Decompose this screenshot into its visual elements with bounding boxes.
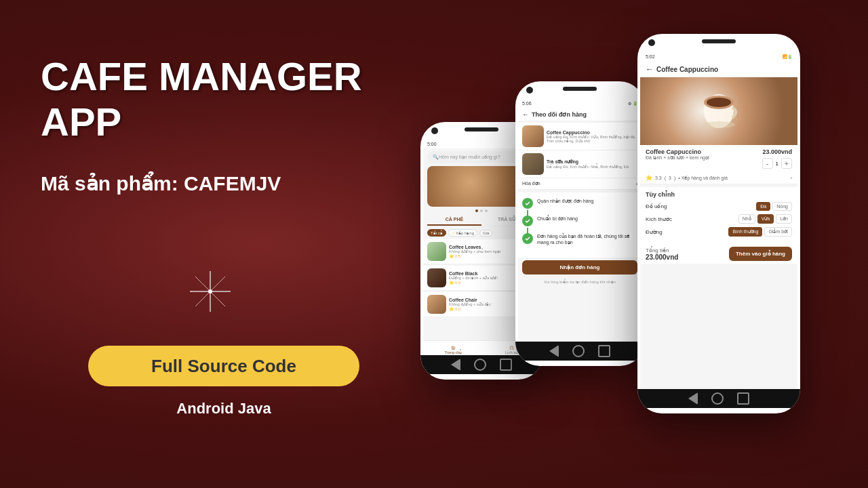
cta-label: Full Source Code [151, 356, 296, 377]
nav-home[interactable]: 🏠 Trang chủ [445, 346, 462, 354]
option-size: Kích thước Nhỏ Vừa Lớn [646, 214, 792, 224]
star-decoration [190, 271, 231, 312]
svg-point-4 [208, 289, 212, 293]
coffee-cup-icon [698, 87, 739, 135]
nav-back-2[interactable] [549, 345, 559, 357]
p3-customize-section: Tùy chỉnh Đồ uống Đá Nóng Kích thước Nhỏ… [640, 187, 797, 244]
opt-nong[interactable]: Nóng [772, 202, 792, 211]
p2-invoice[interactable]: Hóa đơn › [518, 178, 642, 190]
option-sugar: Đường Bình thường Giảm bớt [646, 227, 792, 237]
svg-point-8 [703, 121, 735, 128]
nav-back-1[interactable] [451, 359, 460, 371]
p3-quantity: - 1 + [762, 158, 792, 169]
qty-minus[interactable]: - [762, 158, 773, 169]
phone-camera-2 [526, 87, 533, 94]
p2-tracking: Quán nhận được đơn hàng Chuẩn bị đơn hàn… [518, 192, 642, 258]
filter-price[interactable]: Giá [479, 230, 492, 237]
p2-step-2: Chuẩn bị đơn hàng [522, 216, 637, 226]
opt-da[interactable]: Đá [756, 202, 770, 211]
p2-step-3: Đơn hàng của bạn đã hoàn tất, chúng tôi … [522, 233, 637, 245]
phone-notch-1 [465, 127, 498, 131]
nav-home-2[interactable] [572, 345, 585, 357]
p3-total-section: Tổng tiền 23.000vnd Thêm vào giỏ hàng [640, 244, 797, 264]
platform-label: Android Java [88, 400, 359, 418]
p3-product-image [640, 77, 797, 145]
phone-camera-3 [648, 39, 655, 46]
phone-2-screen: 5:06 ⚙ 🔋 ← Theo dõi đơn hàng Coffee Capp… [518, 98, 642, 346]
svg-point-7 [707, 98, 731, 107]
p2-order-1[interactable]: Coffee Cappuccino Đồ uống Đá, Kích thước… [518, 123, 642, 150]
phone-notch-3 [702, 39, 736, 43]
p2-title: Theo dõi đơn hàng [532, 111, 587, 118]
cta-button[interactable]: Full Source Code [88, 346, 359, 386]
p2-order-2[interactable]: Trà sữa nướng Đồ uống Đá, Kích thước: Nh… [518, 150, 642, 178]
phones-container: 5:00 ⚙ 🔋 🔍 Hôm nay bạn muốn uống gì? CÀ … [380, 14, 868, 488]
p3-home-bar [637, 389, 800, 408]
p1-tab-ca-phe[interactable]: CÀ PHÊ [427, 214, 481, 226]
phone-order: 5:06 ⚙ 🔋 ← Theo dõi đơn hàng Coffee Capp… [515, 81, 644, 366]
nav-recent-3[interactable] [737, 392, 749, 405]
phone-detail: 5:02 📶🔋 ← Coffee Cappuccino [637, 34, 800, 413]
nav-recent-1[interactable] [500, 359, 512, 371]
product-code: Mã sản phẩm: CAFEMJV [41, 171, 393, 195]
opt-vua[interactable]: Vừa [757, 214, 774, 224]
p3-title: Coffee Cappuccino [656, 66, 718, 73]
nav-back-3[interactable] [688, 392, 698, 405]
qty-plus[interactable]: + [781, 158, 792, 169]
opt-nho[interactable]: Nhỏ [738, 214, 755, 224]
p2-confirm-btn[interactable]: Nhận đơn hàng [522, 260, 637, 274]
p2-step-1: Quán nhận được đơn hàng [522, 198, 637, 209]
phone-notch-2 [563, 87, 597, 91]
phone-camera-1 [431, 127, 438, 134]
p3-status: 5:02 📶🔋 [640, 51, 797, 62]
p3-rating[interactable]: ⭐ 3.3 (3) • Xếp hàng và đánh giá › [640, 172, 797, 184]
left-panel: CAFE MANAGER APP Mã sản phẩm: CAFEMJV [41, 54, 393, 229]
opt-lon[interactable]: Lớn [776, 214, 792, 224]
p2-home-bar [515, 342, 644, 361]
nav-recent-2[interactable] [598, 345, 610, 357]
p2-back-btn[interactable]: ← [522, 110, 529, 118]
app-title: CAFE MANAGER APP [41, 54, 393, 144]
p2-note: Vui lòng kiểm tra lại đơn hàng khi nhận [518, 277, 642, 286]
option-drink-type: Đồ uống Đá Nóng [646, 202, 792, 211]
p3-back-btn[interactable]: ← [646, 64, 654, 74]
p2-status: 5:06 ⚙ 🔋 [518, 98, 642, 108]
p2-header: ← Theo dõi đơn hàng [518, 108, 642, 121]
filter-all[interactable]: Tất cả [427, 229, 446, 237]
opt-giam-bot[interactable]: Giảm bớt [764, 227, 792, 237]
p3-header: ← Coffee Cappuccino [640, 62, 797, 77]
filter-rank[interactable]: ☆ Xếp hạng [448, 229, 477, 237]
nav-home-3[interactable] [711, 392, 724, 405]
opt-binh-thuong[interactable]: Bình thường [728, 227, 762, 237]
add-to-cart-btn[interactable]: Thêm vào giỏ hàng [729, 247, 792, 261]
nav-home-1[interactable] [474, 359, 486, 371]
phone-3-screen: 5:02 📶🔋 ← Coffee Cappuccino [640, 51, 797, 393]
